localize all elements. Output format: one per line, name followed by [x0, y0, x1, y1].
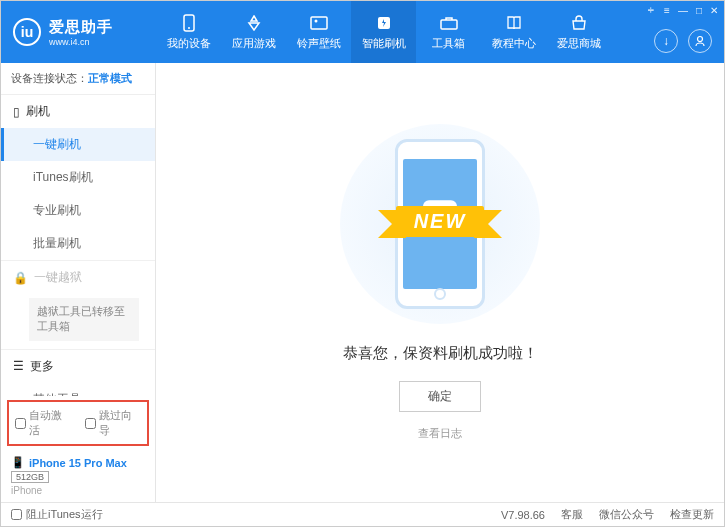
header-right: ↓	[654, 29, 712, 53]
nav-my-device[interactable]: 我的设备	[156, 1, 221, 63]
menu-pro-flash[interactable]: 专业刷机	[1, 194, 155, 227]
menu-itunes-flash[interactable]: iTunes刷机	[1, 161, 155, 194]
list-icon: ☰	[13, 359, 24, 373]
phone-icon	[179, 13, 199, 33]
top-nav: 我的设备 应用游戏 铃声壁纸 智能刷机 工具箱 教程中心 爱思商城	[156, 1, 611, 63]
nav-store[interactable]: 爱思商城	[546, 1, 611, 63]
jailbreak-note: 越狱工具已转移至工具箱	[29, 298, 139, 341]
main-content: A NEW 恭喜您，保资料刷机成功啦！ 确定 查看日志	[156, 63, 724, 502]
device-capacity: 512GB	[11, 471, 49, 483]
success-illustration: A NEW	[360, 124, 520, 324]
device-name[interactable]: 📱iPhone 15 Pro Max	[11, 456, 145, 469]
sidebar: 设备连接状态：正常模式 ▯刷机 一键刷机 iTunes刷机 专业刷机 批量刷机 …	[1, 63, 156, 502]
nav-flash[interactable]: 智能刷机	[351, 1, 416, 63]
menu-group-jailbreak: 🔒一键越狱	[1, 261, 155, 294]
book-icon	[504, 13, 524, 33]
menu-batch-flash[interactable]: 批量刷机	[1, 227, 155, 260]
flash-small-icon: ▯	[13, 105, 20, 119]
close-icon[interactable]: ✕	[710, 5, 718, 16]
svg-point-6	[698, 37, 703, 42]
skip-guide-checkbox[interactable]: 跳过向导	[85, 408, 141, 438]
version-label: V7.98.66	[501, 509, 545, 521]
toolbox-icon	[439, 13, 459, 33]
ok-button[interactable]: 确定	[399, 381, 481, 412]
store-icon	[569, 13, 589, 33]
svg-rect-2	[311, 17, 327, 29]
menu-group-flash[interactable]: ▯刷机	[1, 95, 155, 128]
phone-small-icon: 📱	[11, 456, 25, 469]
app-title: 爱思助手	[49, 18, 113, 37]
new-ribbon: NEW	[396, 206, 485, 237]
success-message: 恭喜您，保资料刷机成功啦！	[343, 344, 538, 363]
footer: 阻止iTunes运行 V7.98.66 客服 微信公众号 检查更新	[1, 502, 724, 526]
app-header: iu 爱思助手 www.i4.cn 我的设备 应用游戏 铃声壁纸 智能刷机 工具…	[1, 1, 724, 63]
menu-group-more[interactable]: ☰更多	[1, 350, 155, 383]
svg-point-3	[314, 20, 317, 23]
window-controls: ⫩ ≡ — □ ✕	[646, 5, 718, 16]
image-icon	[309, 13, 329, 33]
logo-area: iu 爱思助手 www.i4.cn	[1, 18, 156, 47]
svg-rect-5	[441, 20, 457, 29]
minimize-icon[interactable]: —	[678, 5, 688, 16]
app-subtitle: www.i4.cn	[49, 37, 113, 47]
nav-ringtones[interactable]: 铃声壁纸	[286, 1, 351, 63]
svg-point-1	[188, 27, 190, 29]
menu-icon[interactable]: ≡	[664, 5, 670, 16]
device-type: iPhone	[11, 485, 145, 496]
cart-icon[interactable]: ⫩	[646, 5, 656, 16]
auto-activate-checkbox[interactable]: 自动激活	[15, 408, 71, 438]
view-log-link[interactable]: 查看日志	[418, 426, 462, 441]
logo-icon: iu	[13, 18, 41, 46]
update-link[interactable]: 检查更新	[670, 507, 714, 522]
user-button[interactable]	[688, 29, 712, 53]
wechat-link[interactable]: 微信公众号	[599, 507, 654, 522]
lock-icon: 🔒	[13, 271, 28, 285]
device-info: 📱iPhone 15 Pro Max 512GB iPhone	[1, 450, 155, 502]
connection-status: 设备连接状态：正常模式	[1, 63, 155, 95]
options-area: 自动激活 跳过向导	[7, 400, 149, 446]
download-button[interactable]: ↓	[654, 29, 678, 53]
menu-other-tools[interactable]: 其他工具	[1, 383, 155, 396]
support-link[interactable]: 客服	[561, 507, 583, 522]
flash-icon	[374, 13, 394, 33]
maximize-icon[interactable]: □	[696, 5, 702, 16]
nav-tutorials[interactable]: 教程中心	[481, 1, 546, 63]
menu-onekey-flash[interactable]: 一键刷机	[1, 128, 155, 161]
nav-apps[interactable]: 应用游戏	[221, 1, 286, 63]
block-itunes-checkbox[interactable]: 阻止iTunes运行	[11, 507, 103, 522]
app-icon	[244, 13, 264, 33]
nav-toolbox[interactable]: 工具箱	[416, 1, 481, 63]
